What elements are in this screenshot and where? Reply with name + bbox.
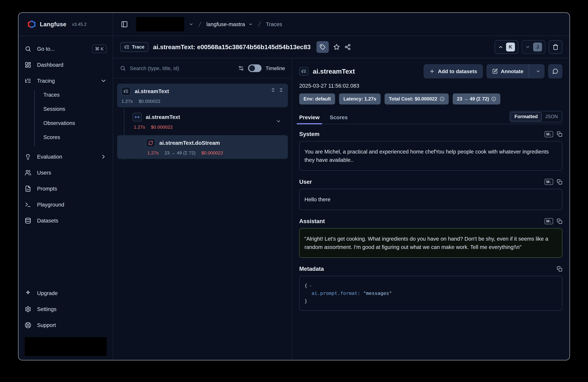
- redacted-org-selector[interactable]: [136, 17, 184, 32]
- json-open-line: {: [304, 282, 557, 289]
- filter-settings-icon[interactable]: [238, 65, 244, 71]
- breadcrumb-separator: /: [198, 20, 202, 28]
- node-cost: $0.000022: [201, 150, 223, 156]
- add-to-datasets-button[interactable]: Add to datasets: [424, 64, 483, 78]
- chevron-down-icon[interactable]: [189, 22, 193, 27]
- delete-trace-button[interactable]: [549, 40, 562, 54]
- annotate-dropdown[interactable]: [532, 64, 544, 78]
- list-tree-icon: [301, 69, 306, 74]
- json-collapse-icon[interactable]: [309, 284, 312, 288]
- chevron-up-icon: [498, 44, 503, 50]
- trace-tree-panel: Timeline ai.streamText: [113, 58, 292, 360]
- redacted-user-info[interactable]: [25, 337, 107, 356]
- sidebar: Langfuse v3.45.2 Go to... ⌘ K Dashboard: [19, 13, 113, 360]
- badge-label: Total Cost: $0.000022: [389, 96, 437, 102]
- button-divider: [529, 64, 529, 78]
- node-cost: $0.000022: [151, 124, 173, 130]
- sidebar-item-scores[interactable]: Scores: [43, 132, 107, 142]
- markdown-toggle-icon[interactable]: M↓: [545, 218, 553, 224]
- format-json[interactable]: JSON: [542, 112, 561, 121]
- annotate-button[interactable]: Annotate: [486, 64, 545, 78]
- logo-row: Langfuse v3.45.2: [19, 13, 113, 36]
- json-close-line: }: [304, 297, 557, 305]
- tab-preview[interactable]: Preview: [299, 111, 319, 124]
- breadcrumb-project[interactable]: langfuse-mastra: [206, 21, 253, 27]
- system-message: You are Michel, a practical and experien…: [299, 141, 562, 171]
- sidebar-item-tracing[interactable]: Tracing: [25, 75, 107, 86]
- assistant-message: "Alright! Let's get cooking. What ingred…: [299, 228, 562, 258]
- section-label: Assistant: [299, 218, 325, 224]
- sidebar-item-label: Prompts: [37, 186, 57, 192]
- sparkle-icon: [25, 290, 31, 296]
- metric-badges: Env: default Latency: 1.27s Total Cost: …: [299, 93, 562, 104]
- json-entry: ai.prompt.format: "messages": [304, 289, 557, 297]
- sidebar-item-observations[interactable]: Observations: [43, 118, 107, 128]
- badge-label: Env: default: [304, 96, 331, 102]
- format-formatted[interactable]: Formatted: [510, 112, 542, 121]
- copy-icon[interactable]: [557, 266, 562, 272]
- info-icon[interactable]: [440, 97, 444, 101]
- comments-button[interactable]: [548, 64, 562, 78]
- arrows-horizontal-icon: [135, 115, 140, 120]
- prev-trace-button[interactable]: K: [495, 40, 518, 54]
- lifebuoy-icon: [25, 322, 31, 328]
- tree-search-input[interactable]: [130, 65, 234, 71]
- app-name: Langfuse: [40, 21, 66, 28]
- button-label: Add to datasets: [438, 68, 477, 74]
- star-icon[interactable]: [333, 44, 340, 50]
- total-cost-badge: Total Cost: $0.000022: [385, 93, 449, 104]
- badge-label: 23 → 49 (Σ 72): [457, 96, 489, 102]
- sidebar-item-evaluation[interactable]: Evaluation: [25, 151, 107, 162]
- chevron-down-icon[interactable]: [276, 119, 281, 124]
- tab-scores[interactable]: Scores: [330, 111, 348, 124]
- trace-timestamp: 2025-03-27 11:56:02.083: [299, 83, 562, 89]
- sidebar-item-datasets[interactable]: Datasets: [25, 215, 107, 226]
- tag-icon: [320, 44, 326, 50]
- sidebar-item-support[interactable]: Support: [25, 320, 107, 331]
- copy-icon[interactable]: [557, 219, 562, 224]
- sidebar-item-sessions[interactable]: Sessions: [43, 104, 107, 114]
- detail-actions: Add to datasets Annotate: [424, 64, 562, 78]
- trace-nav-actions: K J: [495, 40, 562, 54]
- button-label: Annotate: [501, 68, 524, 74]
- sidebar-item-label: Playground: [37, 201, 64, 208]
- refresh-icon: [148, 141, 153, 145]
- langfuse-logo-icon: [27, 20, 36, 29]
- sidebar-toggle-icon[interactable]: [121, 21, 128, 28]
- sidebar-item-goto[interactable]: Go to... ⌘ K: [25, 43, 107, 54]
- tree-row-root[interactable]: ai.streamText 1.27s: [117, 84, 288, 107]
- sidebar-item-traces[interactable]: Traces: [43, 90, 107, 100]
- sidebar-item-playground[interactable]: Playground: [25, 199, 107, 210]
- sidebar-item-users[interactable]: Users: [25, 167, 107, 178]
- chevron-down-icon: [100, 78, 107, 84]
- info-icon[interactable]: [491, 97, 496, 101]
- tree-row-span[interactable]: ai.streamText 1.27s $0.000022: [117, 109, 288, 133]
- copy-icon[interactable]: [557, 179, 562, 185]
- sidebar-item-dashboard[interactable]: Dashboard: [25, 59, 107, 70]
- sidebar-item-prompts[interactable]: Prompts: [25, 183, 107, 194]
- tracing-subgroup: Traces Sessions Observations Scores: [34, 90, 107, 147]
- timeline-toggle[interactable]: [248, 64, 262, 72]
- detail-header: ai.streamText Add to datasets: [299, 64, 562, 78]
- chevron-down-icon: [536, 69, 541, 74]
- sidebar-item-upgrade[interactable]: Upgrade: [25, 288, 107, 299]
- trace-tree: ai.streamText 1.27s: [113, 78, 292, 360]
- tag-button[interactable]: [316, 41, 329, 53]
- next-trace-button[interactable]: J: [522, 40, 546, 54]
- markdown-toggle-icon[interactable]: M↓: [545, 179, 553, 185]
- plus-icon: [429, 69, 435, 74]
- message-sections: System M↓ You are Michel, a practical an…: [299, 124, 562, 360]
- trace-type-label: Trace: [132, 44, 144, 50]
- markdown-toggle-icon[interactable]: M↓: [545, 131, 553, 137]
- node-latency: 1.27s: [134, 124, 145, 130]
- copy-icon[interactable]: [557, 131, 562, 137]
- node-title: ai.streamText.doStream: [159, 140, 220, 146]
- share-icon[interactable]: [344, 44, 351, 50]
- section-label: Metadata: [299, 266, 324, 272]
- tree-row-generation[interactable]: ai.streamText.doStream 1.27s 23 → 49 (Σ …: [117, 135, 288, 159]
- collapse-all-icon[interactable]: [279, 88, 284, 93]
- app-version: v3.45.2: [72, 22, 86, 27]
- sidebar-item-settings[interactable]: Settings: [25, 304, 107, 315]
- metadata-json: { ai.prompt.format: "messages" }: [299, 276, 562, 311]
- expand-all-icon[interactable]: [271, 88, 275, 93]
